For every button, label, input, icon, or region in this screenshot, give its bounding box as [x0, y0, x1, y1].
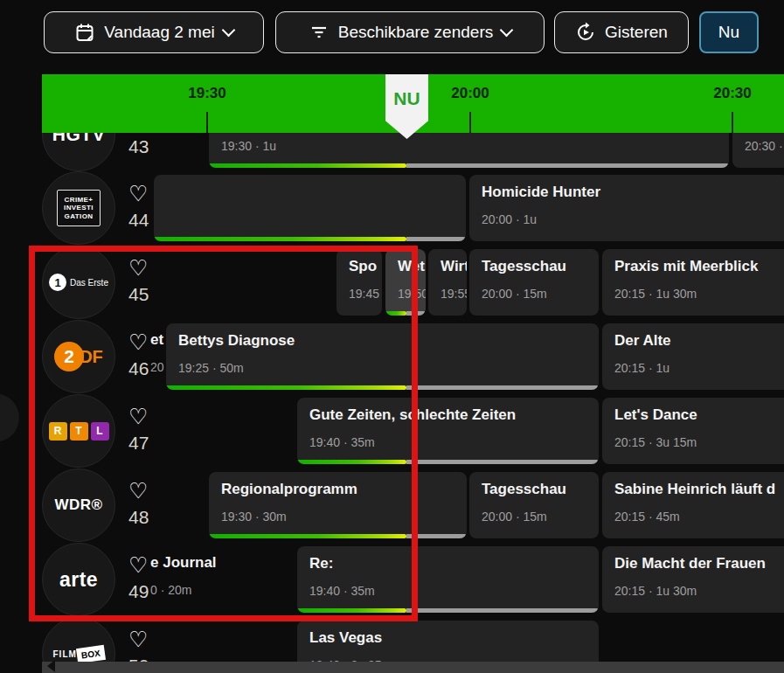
timeline-tick-label: 20:00 — [451, 85, 489, 102]
zdf-logo: 2DF — [54, 342, 103, 371]
chevron-down-icon — [500, 24, 514, 38]
program-title: Tagesschau — [482, 481, 566, 498]
program-card[interactable]: Der Alte20:15 · 1u — [602, 323, 784, 390]
scroll-left-arrow-icon[interactable] — [47, 660, 55, 672]
channel-number: 43 — [128, 136, 149, 157]
program-subtitle: 19:25 · 50m — [178, 361, 244, 375]
channel-logo[interactable]: arte — [42, 543, 115, 616]
calendar-icon — [74, 22, 95, 43]
program-title: Gute Zeiten, schlechte Zeiten — [309, 406, 516, 424]
program-card[interactable]: Praxis mit Meerblick20:15 · 1u 30m — [602, 249, 784, 316]
date-picker-label: Vandaag 2 mei — [104, 23, 214, 42]
program-card[interactable]: Homicide Hunter20:00 · 1u — [469, 175, 784, 241]
progress-bar-remainder — [406, 385, 599, 390]
program-title: Tagesschau — [482, 258, 566, 275]
program-subtitle: 20:15 · 1u 30m — [614, 287, 697, 301]
progress-bar-fill — [209, 163, 406, 168]
program-card[interactable]: Let's Dance20:15 · 3u 15m — [602, 398, 784, 464]
channel-logo[interactable]: 1Das Erste — [42, 246, 115, 319]
horizontal-scrollbar[interactable] — [42, 662, 784, 673]
yesterday-button[interactable]: Gisteren — [554, 11, 689, 53]
das-erste-name: Das Erste — [70, 278, 108, 288]
program-subtitle: 20:00 · 15m — [482, 287, 547, 301]
program-subtitle: 20:15 · 1u — [614, 361, 670, 375]
favorite-heart-icon[interactable]: ♡ — [128, 406, 148, 427]
replay-icon — [575, 22, 596, 43]
program-card[interactable]: Bettys Diagnose19:25 · 50m — [166, 323, 599, 390]
progress-bar-remainder — [406, 237, 466, 241]
program-title: Homicide Hunter — [482, 184, 600, 201]
program-card[interactable]: Gute Zeiten, schlechte Zeiten19:40 · 35m — [297, 398, 599, 464]
favorite-heart-icon[interactable]: ♡ — [128, 554, 148, 576]
progress-bar-remainder — [406, 534, 467, 538]
tv-guide-screen: Vandaag 2 mei Beschikbare zenders Gister… — [0, 0, 784, 673]
program-subtitle: 20:15 · 45m — [614, 510, 680, 524]
hidden-program-subtitle-fragment: 20 — [150, 360, 164, 374]
progress-bar-fill — [154, 237, 406, 241]
hidden-program-subtitle-fragment: 0 · 20m — [150, 583, 191, 597]
progress-bar-remainder — [406, 460, 599, 464]
progress-bar-remainder — [406, 311, 426, 316]
progress-bar-fill — [166, 385, 406, 390]
date-picker-button[interactable]: Vandaag 2 mei — [44, 11, 264, 53]
available-channels-label: Beschikbare zenders — [338, 23, 493, 42]
chevron-down-icon — [221, 24, 235, 38]
zdf-df: DF — [80, 347, 103, 367]
program-card[interactable]: Spo19:45 — [336, 249, 382, 316]
program-subtitle: 20:30 · — [745, 139, 783, 153]
available-channels-button[interactable]: Beschikbare zenders — [275, 11, 545, 53]
progress-bar-fill — [209, 534, 406, 538]
timeline-tick-line — [206, 112, 208, 133]
program-card[interactable]: Regionalprogramm19:30 · 30m — [209, 472, 467, 538]
channel-logo-text: WDR® — [54, 496, 102, 514]
program-title: Bettys Diagnose — [178, 332, 295, 350]
program-subtitle: 19:30 · 30m — [221, 510, 287, 524]
filter-icon — [309, 22, 330, 43]
progress-bar — [209, 534, 467, 538]
program-title: Praxis mit Meerblick — [614, 258, 758, 275]
timeline-tick-label: 20:30 — [713, 85, 751, 102]
channel-logo[interactable]: CRIME+INVESTIGATION — [42, 171, 115, 245]
program-subtitle: 19:40 · 35m — [309, 584, 375, 598]
program-title: Wirt — [441, 258, 467, 275]
program-title: Re: — [309, 555, 333, 572]
program-card[interactable]: Sabine Heinrich läuft d20:15 · 45m — [602, 472, 784, 538]
program-card[interactable]: Re:19:40 · 35m — [297, 546, 599, 613]
scroll-left-handle[interactable] — [0, 393, 19, 442]
program-subtitle: 20:15 · 3u 15m — [614, 435, 697, 449]
progress-bar-remainder — [406, 608, 599, 613]
channel-logo[interactable]: RTL — [42, 394, 115, 468]
now-button[interactable]: Nu — [699, 11, 759, 53]
program-card[interactable] — [154, 175, 466, 241]
progress-bar — [154, 237, 466, 241]
favorite-heart-icon[interactable]: ♡ — [128, 257, 148, 279]
timeline-tick-line — [469, 112, 471, 133]
program-title: Let's Dance — [614, 406, 697, 424]
program-card[interactable]: Tagesschau20:00 · 15m — [469, 472, 599, 538]
filmbox-logo: FILMBOX — [53, 647, 105, 662]
rtl-logo: RTL — [49, 422, 109, 441]
program-card[interactable]: Wirt19:55 — [428, 249, 467, 316]
favorite-heart-icon[interactable]: ♡ — [128, 628, 148, 650]
program-subtitle: 19:50 — [398, 287, 426, 301]
favorite-heart-icon[interactable]: ♡ — [128, 183, 148, 205]
program-subtitle: 20:00 · 15m — [482, 510, 547, 524]
channel-number: 48 — [128, 507, 149, 528]
program-subtitle: 19:40 · 35m — [309, 435, 375, 449]
favorite-heart-icon[interactable]: ♡ — [128, 331, 148, 353]
program-card[interactable]: Wet19:50 — [385, 249, 426, 316]
filmbox-film: FILM — [53, 649, 77, 659]
channel-logo[interactable]: 2DF — [42, 320, 115, 393]
timeline-tick-label: 19:30 — [188, 85, 225, 102]
program-card[interactable]: Tagesschau20:00 · 15m — [469, 249, 599, 316]
channel-logo[interactable]: WDR® — [42, 468, 115, 542]
channel-number: 49 — [128, 581, 149, 602]
program-subtitle: 20:00 · 1u — [482, 212, 537, 226]
now-marker-label: NU — [393, 88, 420, 109]
favorite-heart-icon[interactable]: ♡ — [128, 480, 148, 502]
program-card[interactable]: Die Macht der Frauen20:15 · 1u 30m — [602, 546, 784, 613]
program-title: Der Alte — [614, 332, 671, 350]
progress-bar-fill — [385, 311, 406, 316]
program-title: Spo — [349, 258, 377, 275]
progress-bar-fill — [297, 608, 406, 613]
